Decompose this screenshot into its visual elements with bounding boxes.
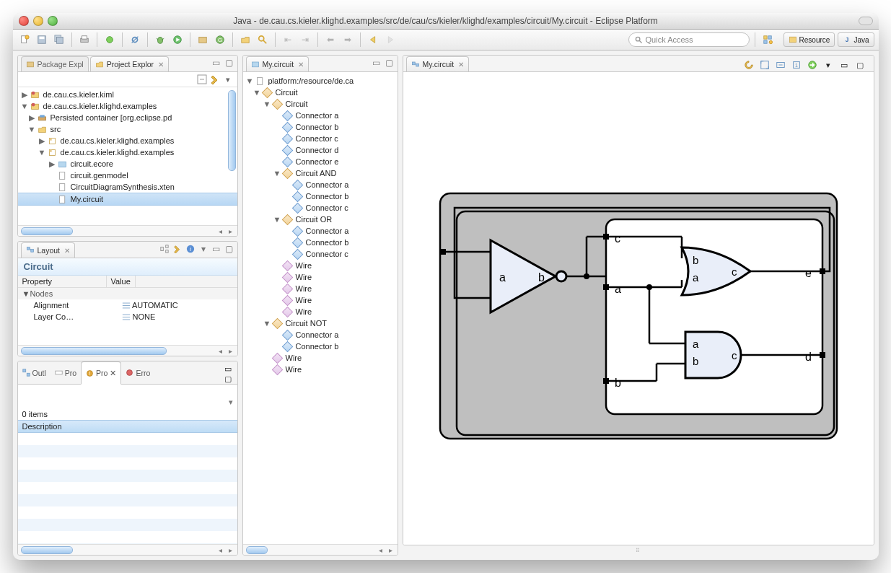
build-icon[interactable] bbox=[102, 32, 117, 47]
quick-access-input[interactable]: Quick Access bbox=[628, 32, 750, 47]
problems-view: Outl Pro !Pro ✕ Erro ▭▢ ▾ 0 items Descri… bbox=[17, 361, 238, 556]
maximize-view-icon[interactable]: ▢ bbox=[385, 58, 395, 68]
diagram-canvas[interactable]: a b c a bbox=[403, 72, 874, 545]
tab-project-explorer[interactable]: Project Explor✕ bbox=[90, 56, 169, 71]
svg-rect-51 bbox=[160, 247, 162, 250]
save-icon[interactable] bbox=[35, 32, 49, 47]
minimize-view-icon[interactable]: ▭ bbox=[211, 244, 221, 254]
svg-point-85 bbox=[556, 271, 566, 281]
svg-text:c: c bbox=[732, 349, 737, 361]
tab-package-explorer[interactable]: Package Expl bbox=[21, 56, 89, 71]
view-menu-icon[interactable]: ▾ bbox=[223, 74, 233, 84]
project-tree[interactable]: ▶de.cau.cs.kieler.kiml ▼de.cau.cs.kieler… bbox=[18, 87, 237, 225]
skip-breakpoints-icon[interactable] bbox=[128, 32, 142, 47]
minimize-view-icon[interactable]: ▭ bbox=[372, 58, 382, 68]
search-icon[interactable] bbox=[255, 32, 270, 47]
proxy-icon[interactable] bbox=[859, 17, 873, 25]
new-icon[interactable] bbox=[17, 32, 32, 47]
view-menu-icon[interactable]: ▾ bbox=[198, 244, 209, 254]
tab-layout[interactable]: Layout✕ bbox=[21, 242, 76, 258]
close-icon[interactable]: ✕ bbox=[298, 61, 304, 69]
svg-rect-49 bbox=[30, 250, 33, 253]
minimize-view-icon[interactable]: ▭ bbox=[223, 364, 233, 374]
close-icon[interactable]: ✕ bbox=[158, 61, 164, 69]
open-perspective-icon[interactable] bbox=[760, 32, 775, 47]
window-title: Java - de.cau.cs.kieler.klighd.examples/… bbox=[13, 16, 879, 26]
minimize-view-icon[interactable]: ▭ bbox=[838, 58, 851, 71]
open-type-icon[interactable] bbox=[238, 32, 253, 47]
prop-layer[interactable]: Layer Co… NONE bbox=[18, 311, 237, 322]
tree-item-my-circuit[interactable]: My.circuit bbox=[18, 193, 237, 206]
refresh-layout-icon[interactable] bbox=[742, 58, 755, 71]
tab-outline[interactable]: Outl bbox=[18, 361, 51, 384]
group-nodes[interactable]: Nodes bbox=[30, 289, 53, 298]
close-icon[interactable]: ✕ bbox=[110, 369, 116, 377]
svg-point-19 bbox=[258, 36, 263, 41]
svg-rect-45 bbox=[59, 172, 64, 179]
svg-text:b: b bbox=[693, 355, 698, 367]
minimize-icon[interactable] bbox=[33, 16, 43, 26]
vertical-scrollbar[interactable] bbox=[228, 90, 236, 171]
layout-link-icon[interactable] bbox=[172, 244, 183, 254]
col-property[interactable]: Property bbox=[18, 276, 107, 287]
tab-errorlog[interactable]: Erro bbox=[121, 361, 154, 384]
layout-tree-icon[interactable] bbox=[159, 244, 170, 254]
prop-alignment[interactable]: Alignment AUTOMATIC bbox=[18, 299, 237, 311]
svg-rect-62 bbox=[22, 369, 25, 372]
tab-progress[interactable]: Pro bbox=[51, 361, 81, 384]
svg-rect-68 bbox=[252, 62, 258, 67]
svg-text:a: a bbox=[499, 271, 506, 284]
forward-icon bbox=[383, 32, 398, 47]
run-icon[interactable] bbox=[170, 32, 185, 47]
tab-problems[interactable]: !Pro ✕ bbox=[81, 361, 121, 385]
zoom-actual-icon[interactable]: 1 bbox=[790, 58, 803, 71]
svg-rect-27 bbox=[763, 40, 766, 43]
next-annotation-icon: ➡ bbox=[341, 32, 355, 47]
link-editor-icon[interactable] bbox=[210, 74, 220, 84]
perspective-resource[interactable]: Resource bbox=[784, 32, 835, 47]
svg-marker-22 bbox=[388, 37, 392, 43]
close-icon[interactable]: ✕ bbox=[458, 61, 464, 69]
svg-rect-25 bbox=[763, 36, 766, 39]
maximize-view-icon[interactable]: ▢ bbox=[224, 58, 234, 68]
problems-table[interactable] bbox=[18, 433, 237, 544]
svg-rect-16 bbox=[198, 38, 206, 43]
save-all-icon[interactable] bbox=[52, 32, 66, 47]
debug-icon[interactable] bbox=[153, 32, 167, 47]
svg-text:!: ! bbox=[89, 370, 91, 375]
tab-mycircuit-diagram[interactable]: My.circuit✕ bbox=[406, 56, 470, 71]
outline-tree[interactable]: ▼platform:/resource/de.ca ▼Circuit ▼Circ… bbox=[243, 72, 398, 544]
zoom-icon[interactable] bbox=[48, 16, 58, 26]
zoom-width-icon[interactable] bbox=[774, 58, 787, 71]
col-description[interactable]: Description bbox=[18, 420, 237, 433]
svg-rect-63 bbox=[27, 373, 30, 376]
print-icon[interactable] bbox=[77, 32, 92, 47]
maximize-view-icon[interactable]: ▢ bbox=[853, 58, 866, 71]
view-menu-icon[interactable]: ▾ bbox=[822, 58, 835, 71]
close-icon[interactable] bbox=[19, 16, 29, 26]
perspective-java[interactable]: JJava bbox=[838, 32, 874, 47]
maximize-view-icon[interactable]: ▢ bbox=[224, 244, 234, 254]
and-gate[interactable]: a b c bbox=[685, 332, 741, 378]
maximize-view-icon[interactable]: ▢ bbox=[223, 374, 233, 384]
svg-point-23 bbox=[636, 37, 640, 41]
view-menu-icon[interactable]: ▾ bbox=[229, 398, 233, 407]
tab-mycircuit-outline[interactable]: My.circuit✕ bbox=[246, 56, 310, 71]
sash-handle[interactable]: ⠿ bbox=[403, 545, 874, 556]
zoom-fit-icon[interactable] bbox=[758, 58, 771, 71]
new-package-icon[interactable] bbox=[196, 32, 210, 47]
new-type-icon[interactable]: G bbox=[213, 32, 227, 47]
close-icon[interactable]: ✕ bbox=[64, 247, 70, 255]
svg-rect-99 bbox=[820, 268, 825, 274]
minimize-view-icon[interactable]: ▭ bbox=[211, 58, 221, 68]
main-toolbar: G ⇤ ⇥ ⬅ ➡ Quick Access Resource JJava bbox=[13, 30, 879, 51]
project-explorer-view: Package Expl Project Explor✕ ▭▢ ▾ ▶de.ca… bbox=[17, 55, 238, 237]
outline-editor-view: My.circuit✕ ▭▢ ▼platform:/resource/de.ca… bbox=[242, 55, 398, 556]
export-icon[interactable] bbox=[806, 58, 819, 71]
toggle-mark-icon: ⇤ bbox=[281, 32, 295, 47]
info-icon[interactable]: i bbox=[185, 244, 196, 254]
col-value[interactable]: Value bbox=[107, 276, 136, 287]
back-icon[interactable] bbox=[366, 32, 380, 47]
svg-rect-46 bbox=[59, 183, 64, 190]
collapse-all-icon[interactable] bbox=[197, 74, 207, 84]
